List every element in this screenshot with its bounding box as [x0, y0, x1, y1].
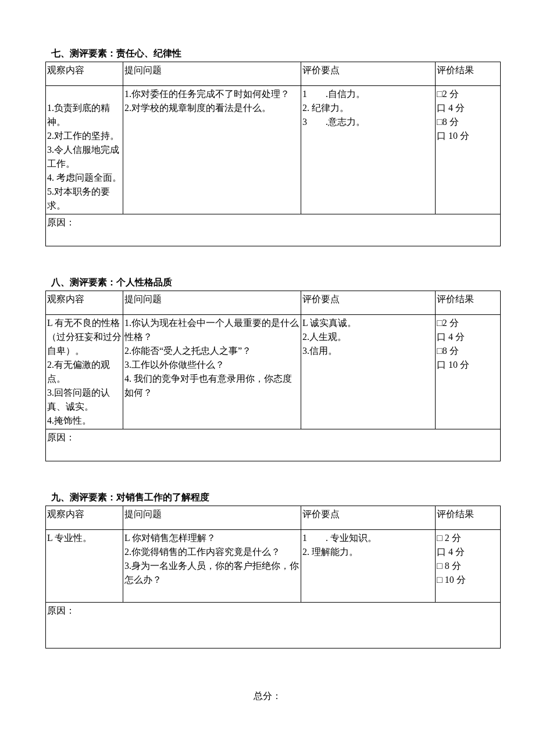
section-title: 九、测评要素：对销售工作的了解程度: [45, 490, 490, 504]
observe-cell: L 有无不良的性格（过分狂妄和过分自卑）。 2.有无偏激的观点。 3.回答问题的…: [46, 315, 123, 429]
column-header: 评价结果: [436, 291, 501, 315]
points-cell: L 诚实真诚。 2.人生观。 3.信用。: [301, 315, 436, 429]
score-option[interactable]: □2 分: [437, 316, 499, 330]
observe-cell: L 专业性。: [46, 530, 123, 603]
score-option[interactable]: 口 4 分: [437, 101, 499, 115]
score-option[interactable]: 口 4 分: [437, 330, 499, 344]
reason-cell[interactable]: 原因：: [46, 603, 501, 648]
questions-cell: 1.你认为现在社会中一个人最重要的是什么性格？ 2.你能否“受人之托忠人之事”？…: [123, 315, 301, 429]
reason-cell[interactable]: 原因：: [46, 214, 501, 246]
score-cell: □2 分口 4 分□8 分口 10 分: [436, 315, 501, 429]
reason-cell[interactable]: 原因：: [46, 429, 501, 461]
questions-cell: L 你对销售怎样理解？ 2.你觉得销售的工作内容究竟是什么？ 3.身为一名业务人…: [123, 530, 301, 603]
column-header: 评价结果: [436, 62, 501, 86]
score-option[interactable]: 口 4 分: [437, 545, 499, 559]
evaluation-table: 观察内容提问问题评价要点评价结果L 专业性。L 你对销售怎样理解？ 2.你觉得销…: [45, 506, 501, 648]
score-option[interactable]: □8 分: [437, 344, 499, 358]
evaluation-section: 九、测评要素：对销售工作的了解程度观察内容提问问题评价要点评价结果L 专业性。L…: [45, 490, 490, 648]
evaluation-table: 观察内容提问问题评价要点评价结果L 有无不良的性格（过分狂妄和过分自卑）。 2.…: [45, 291, 501, 461]
column-header: 提问问题: [123, 291, 301, 315]
column-header: 观察内容: [46, 506, 123, 530]
column-header: 提问问题: [123, 506, 301, 530]
questions-cell: 1.你对委任的任务完成不了时如何处理？ 2.对学校的规章制度的看法是什么。: [123, 86, 301, 214]
column-header: 提问问题: [123, 62, 301, 86]
score-option[interactable]: □2 分: [437, 87, 499, 101]
score-option[interactable]: 口 10 分: [437, 358, 499, 372]
column-header: 评价要点: [301, 62, 436, 86]
observe-cell: 1.负责到底的精神。 2.对工作的坚持。 3.令人信服地完成工作。 4. 考虑问…: [46, 86, 123, 214]
section-title: 八、测评要素：个人性格品质: [45, 275, 490, 289]
column-header: 评价要点: [301, 506, 436, 530]
evaluation-section: 八、测评要素：个人性格品质观察内容提问问题评价要点评价结果L 有无不良的性格（过…: [45, 275, 490, 461]
points-cell: 1 .自信力。 2. 纪律力。 3 .意志力。: [301, 86, 436, 214]
score-option[interactable]: □8 分: [437, 115, 499, 129]
evaluation-section: 七、测评要素：责任心、纪律性观察内容提问问题评价要点评价结果 1.负责到底的精神…: [45, 46, 490, 246]
total-score-label: 总分：: [45, 689, 490, 703]
column-header: 观察内容: [46, 291, 123, 315]
column-header: 观察内容: [46, 62, 123, 86]
points-cell: 1 . 专业知识。 2. 理解能力。: [301, 530, 436, 603]
score-cell: □2 分口 4 分□8 分口 10 分: [436, 86, 501, 214]
column-header: 评价结果: [436, 506, 501, 530]
section-title: 七、测评要素：责任心、纪律性: [45, 46, 490, 60]
score-option[interactable]: □ 10 分: [437, 573, 499, 587]
score-option[interactable]: 口 10 分: [437, 129, 499, 143]
score-option[interactable]: □ 2 分: [437, 531, 499, 545]
score-cell: □ 2 分口 4 分□ 8 分□ 10 分: [436, 530, 501, 603]
column-header: 评价要点: [301, 291, 436, 315]
score-option[interactable]: □ 8 分: [437, 559, 499, 573]
evaluation-table: 观察内容提问问题评价要点评价结果 1.负责到底的精神。 2.对工作的坚持。 3.…: [45, 62, 501, 246]
